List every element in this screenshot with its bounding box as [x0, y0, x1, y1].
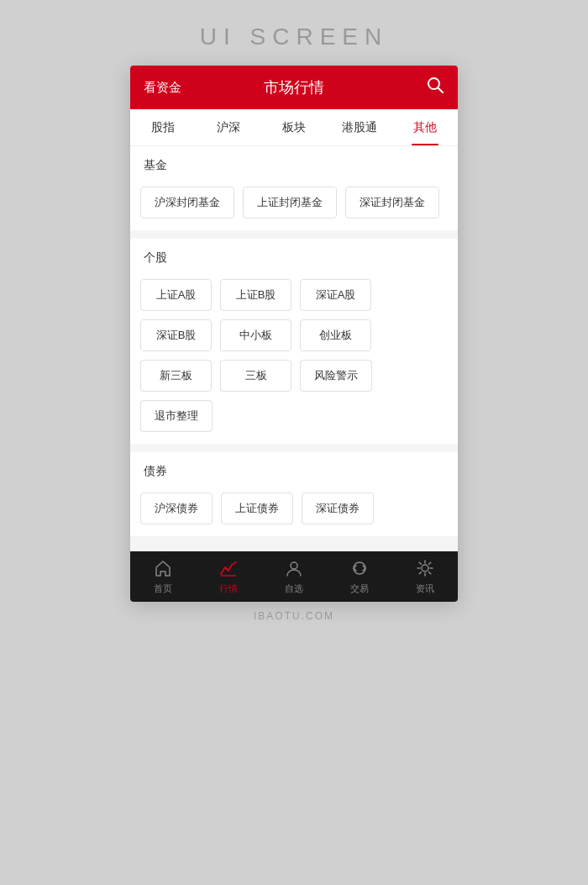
- header-left-button[interactable]: 看资金: [144, 80, 194, 96]
- chip-hushen-closed-fund[interactable]: 沪深封闭基金: [140, 187, 234, 219]
- bottom-navigation: 首页 行情 自选: [130, 551, 458, 602]
- home-icon: [154, 559, 172, 580]
- chip-hushen-bond[interactable]: 沪深债券: [140, 493, 213, 524]
- chips-zhaiquan: 沪深债券 上证债券 深证债券: [130, 487, 458, 536]
- tab-qita[interactable]: 其他: [392, 109, 458, 145]
- svg-line-9: [419, 562, 421, 564]
- content-area: 基金 沪深封闭基金 上证封闭基金 深证封闭基金 个股 上证A股 上证B股 深证A…: [130, 146, 458, 551]
- nav-home[interactable]: 首页: [130, 559, 196, 595]
- tab-bankuai[interactable]: 板块: [261, 109, 327, 145]
- screen-label: UI SCREEN: [200, 24, 388, 50]
- nav-market-label: 行情: [219, 582, 238, 595]
- chip-shangzheng-a[interactable]: 上证A股: [140, 279, 212, 311]
- tab-navigation: 股指 沪深 板块 港股通 其他: [130, 109, 458, 146]
- chip-shangzheng-bond[interactable]: 上证债券: [221, 493, 293, 524]
- svg-line-1: [438, 88, 444, 93]
- credit-label: IBAOTU.COM: [254, 610, 334, 622]
- chip-fengxian[interactable]: 风险警示: [300, 360, 372, 392]
- nav-market[interactable]: 行情: [196, 559, 261, 595]
- chip-shenzheng-closed-fund[interactable]: 深证封闭基金: [345, 187, 439, 219]
- nav-home-label: 首页: [154, 582, 172, 595]
- chip-chuangyeban[interactable]: 创业板: [300, 319, 371, 351]
- svg-point-4: [422, 565, 428, 572]
- section-zhaiquan-title: 债券: [130, 452, 458, 487]
- tab-ganggutong[interactable]: 港股通: [327, 109, 392, 145]
- chip-xinsan[interactable]: 新三板: [140, 360, 212, 392]
- chip-shenzheng-bond[interactable]: 深证债券: [302, 493, 374, 524]
- chips-jijin: 沪深封闭基金 上证封闭基金 深证封闭基金: [130, 182, 458, 230]
- watchlist-icon: [285, 559, 303, 580]
- market-icon: [219, 559, 238, 580]
- chip-zhongxiaoban[interactable]: 中小板: [220, 319, 291, 351]
- section-jijin-title: 基金: [130, 146, 458, 182]
- chip-shenzheng-a[interactable]: 深证A股: [300, 279, 371, 311]
- news-icon: [416, 559, 434, 580]
- section-gegu: 个股 上证A股 上证B股 深证A股 深证B股 中小板 创业板 新三板 三板 风险…: [130, 239, 458, 444]
- nav-watchlist-label: 自选: [285, 582, 303, 595]
- svg-line-11: [429, 562, 431, 564]
- svg-point-3: [291, 562, 297, 569]
- chip-shenzheng-b[interactable]: 深证B股: [140, 319, 212, 351]
- search-icon[interactable]: [426, 76, 444, 99]
- app-header: 看资金 市场行情: [130, 66, 458, 109]
- tab-hushen[interactable]: 沪深: [196, 109, 261, 145]
- svg-line-10: [429, 572, 431, 573]
- section-gegu-title: 个股: [130, 239, 458, 274]
- tab-guzhi[interactable]: 股指: [130, 109, 196, 145]
- svg-line-12: [419, 572, 421, 573]
- chip-shangzheng-closed-fund[interactable]: 上证封闭基金: [243, 187, 337, 219]
- nav-news[interactable]: 资讯: [392, 559, 458, 595]
- header-title: 市场行情: [194, 77, 394, 97]
- nav-trade-label: 交易: [350, 582, 369, 595]
- header-right: [394, 76, 444, 99]
- section-jijin: 基金 沪深封闭基金 上证封闭基金 深证封闭基金: [130, 146, 458, 230]
- chips-gegu: 上证A股 上证B股 深证A股 深证B股 中小板 创业板 新三板 三板 风险警示 …: [130, 274, 458, 444]
- nav-news-label: 资讯: [416, 582, 434, 595]
- chip-sanban[interactable]: 三板: [220, 360, 291, 392]
- chip-tuishi[interactable]: 退市整理: [140, 400, 213, 432]
- trade-icon: [350, 559, 369, 580]
- nav-trade[interactable]: 交易: [327, 559, 392, 595]
- phone-frame: 看资金 市场行情 股指 沪深 板块 港股通 其他: [130, 66, 458, 602]
- nav-watchlist[interactable]: 自选: [261, 559, 327, 595]
- section-zhaiquan: 债券 沪深债券 上证债券 深证债券: [130, 452, 458, 536]
- chip-shangzheng-b[interactable]: 上证B股: [220, 279, 291, 311]
